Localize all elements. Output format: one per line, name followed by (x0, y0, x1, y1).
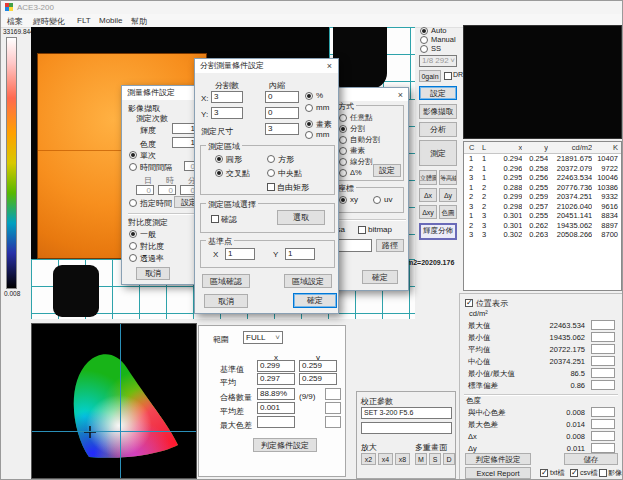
inset-percent-radio[interactable] (305, 92, 313, 100)
multi-s-button[interactable]: S (429, 453, 441, 465)
captured-image-thumbnail[interactable] (463, 25, 622, 139)
reference-y-field[interactable]: 0.259 (299, 360, 337, 372)
shutter-select[interactable]: 1/8 292 ˅ (419, 55, 457, 67)
table-row[interactable]: 210.2960.25820372.0799722 (464, 164, 621, 174)
dr-checkbox[interactable] (444, 72, 452, 80)
calibration-value-field[interactable]: SET 3-200 F5.6 (361, 407, 452, 419)
bitmap-checkbox[interactable] (358, 226, 366, 234)
multi-d-button[interactable]: D (443, 453, 455, 465)
area-circle-radio[interactable] (215, 155, 223, 163)
multi-m-button[interactable]: M (415, 453, 427, 465)
method-linesplit-radio[interactable] (339, 158, 347, 166)
capture-button[interactable]: 影像擷取 (419, 104, 457, 119)
y-inset-field[interactable]: 0 (265, 107, 299, 119)
image-file-checkbox[interactable] (599, 469, 607, 477)
measure-button[interactable]: 測定 (419, 140, 457, 166)
cancel-button[interactable]: 取消 (136, 267, 170, 280)
save-button[interactable]: 儲存 (564, 453, 618, 465)
exposure-ss-radio[interactable] (420, 45, 428, 53)
ok-button[interactable]: 確定 (293, 293, 337, 308)
contrast-radio[interactable] (129, 242, 137, 250)
zero-gain-button[interactable]: 0gain (419, 70, 441, 82)
pass-count-field[interactable]: 88.89% (257, 388, 295, 400)
transmit-radio[interactable] (129, 254, 137, 262)
confirm-checkbox[interactable] (211, 215, 219, 223)
normal-radio[interactable] (129, 230, 137, 238)
close-icon[interactable]: × (394, 89, 407, 101)
avg-diff-field[interactable]: 0.001 (257, 402, 295, 414)
size-field[interactable]: 3 (265, 123, 299, 135)
menu-file[interactable]: 檔案 (7, 16, 23, 27)
excel-report-button[interactable]: Excel Report (465, 467, 531, 479)
y-divisions-field[interactable]: 3 (211, 107, 243, 119)
csv-file-checkbox[interactable] (570, 469, 578, 477)
single-shot-radio[interactable] (129, 151, 137, 159)
coord-xy-radio[interactable] (339, 196, 347, 204)
table-row[interactable]: 130.3010.25520451.1418834 (464, 211, 621, 221)
base-y-field[interactable]: 1 (285, 248, 315, 260)
dialog-title-bar[interactable]: 分割測量條件設定 (195, 59, 338, 73)
zoom-x8-button[interactable]: x8 (395, 453, 410, 465)
hour-field[interactable]: 0 (158, 185, 176, 195)
coord-uv-radio[interactable] (373, 196, 381, 204)
area-free-checkbox[interactable] (267, 183, 275, 191)
path-button[interactable]: 路徑 (376, 239, 404, 252)
table-row[interactable]: 320.2980.25721026.0409616 (464, 202, 621, 212)
calibration-value2-field[interactable] (361, 422, 452, 434)
menu-flt[interactable]: FLT (77, 16, 91, 25)
judge-settings-button[interactable]: 判定條件設定 (253, 438, 317, 452)
txt-file-checkbox[interactable] (540, 469, 548, 477)
measurement-table[interactable]: CLxycd/m2K 110.2940.25421891.67510407210… (463, 141, 622, 291)
ok-button[interactable]: 確定 (362, 270, 398, 284)
color-map-button[interactable]: 色圖 (439, 205, 457, 219)
cie-diagram-panel[interactable] (31, 323, 197, 479)
table-row[interactable]: 310.2950.25622463.53410046 (464, 173, 621, 183)
set-button[interactable]: 設定 (419, 86, 457, 100)
x-divisions-field[interactable]: 3 (211, 91, 243, 103)
average-x-field[interactable]: 0.297 (257, 373, 295, 385)
area-set-button[interactable]: 區域設定 (284, 274, 332, 288)
area-square-radio[interactable] (267, 155, 275, 163)
size-pixel-radio[interactable] (305, 120, 313, 128)
base-x-field[interactable]: 1 (225, 248, 255, 260)
table-row[interactable]: 220.2990.25920374.2519332 (464, 192, 621, 202)
method-set-button[interactable]: 設定 (373, 164, 401, 177)
interval-radio[interactable] (129, 163, 137, 171)
area-confirm-button[interactable]: 區域確認 (202, 274, 250, 288)
x-inset-field[interactable]: 0 (265, 91, 299, 103)
table-row[interactable]: 230.3010.26219435.0628897 (464, 221, 621, 231)
delta-y-button[interactable]: Δy (439, 188, 457, 202)
reference-x-field[interactable]: 0.299 (257, 360, 295, 372)
table-row[interactable]: 330.3020.26320508.2668700 (464, 230, 621, 240)
cancel-button[interactable]: 取消 (204, 294, 248, 308)
delta-x-button[interactable]: Δx (419, 188, 437, 202)
exposure-manual-radio[interactable] (420, 36, 428, 44)
area-cross-radio[interactable] (215, 169, 223, 177)
zoom-x4-button[interactable]: x4 (378, 453, 393, 465)
menu-timelapse[interactable]: 經時變化 (33, 16, 65, 27)
exposure-auto-radio[interactable] (420, 27, 428, 35)
solid-view-button[interactable]: 立體圖 (419, 170, 437, 185)
inset-mm-radio[interactable] (305, 104, 313, 112)
close-icon[interactable]: × (323, 60, 336, 72)
method-pixel-radio[interactable] (339, 147, 347, 155)
position-display-checkbox[interactable] (465, 299, 473, 307)
area-center-radio[interactable] (267, 169, 275, 177)
zoom-x2-button[interactable]: x2 (361, 453, 376, 465)
average-y-field[interactable]: 0.259 (299, 373, 337, 385)
method-anypoint-radio[interactable] (339, 114, 347, 122)
menu-mobile[interactable]: Mobile (99, 16, 123, 25)
range-select[interactable]: FULL ˅ (243, 331, 283, 344)
pick-button[interactable]: 選取 (277, 210, 325, 225)
luminance-distribution-button[interactable]: 輝度分佈 (419, 223, 457, 240)
timed-radio[interactable] (129, 199, 137, 207)
table-row[interactable]: 110.2940.25421891.67510407 (464, 154, 621, 164)
menu-help[interactable]: 幫助 (131, 16, 147, 27)
max-diff-field[interactable] (257, 416, 295, 428)
delta-xy-button[interactable]: Δxy (419, 205, 437, 219)
method-autosplit-radio[interactable] (339, 136, 347, 144)
method-split-radio[interactable] (339, 125, 347, 133)
contour-button[interactable]: 等高線 (439, 170, 457, 185)
size-mm-radio[interactable] (305, 131, 313, 139)
table-row[interactable]: 120.2880.25520776.73610386 (464, 183, 621, 193)
